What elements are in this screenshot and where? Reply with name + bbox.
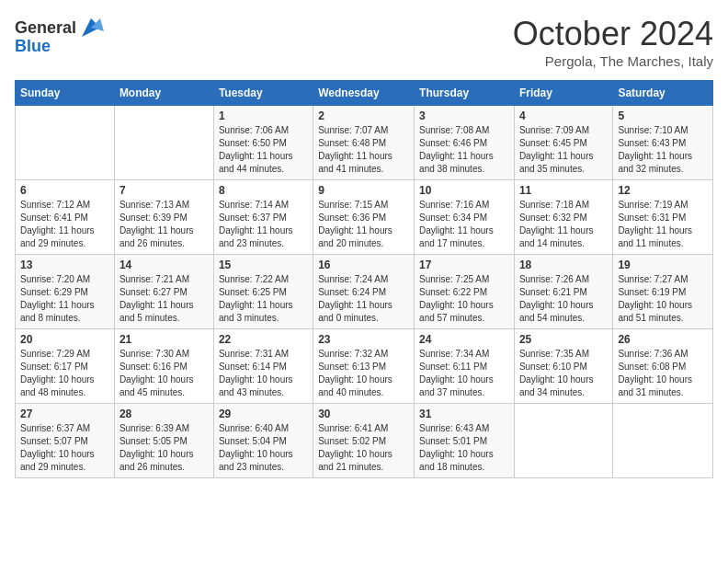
day-number: 21 — [119, 333, 209, 346]
calendar-header: SundayMondayTuesdayWednesdayThursdayFrid… — [16, 81, 713, 106]
day-info: Sunrise: 7:35 AM Sunset: 6:10 PM Dayligh… — [519, 348, 608, 399]
day-info: Sunrise: 7:25 AM Sunset: 6:22 PM Dayligh… — [419, 273, 509, 325]
day-info: Sunrise: 7:16 AM Sunset: 6:34 PM Dayligh… — [419, 199, 509, 250]
day-number: 7 — [119, 184, 209, 197]
day-cell: 28Sunrise: 6:39 AM Sunset: 5:05 PM Dayli… — [114, 404, 213, 478]
day-cell: 3Sunrise: 7:08 AM Sunset: 6:46 PM Daylig… — [415, 106, 515, 180]
calendar-body: 1Sunrise: 7:06 AM Sunset: 6:50 PM Daylig… — [16, 106, 713, 478]
week-row-4: 20Sunrise: 7:29 AM Sunset: 6:17 PM Dayli… — [16, 329, 713, 404]
logo-blue-text: Blue — [15, 37, 51, 56]
day-cell: 26Sunrise: 7:36 AM Sunset: 6:08 PM Dayli… — [613, 329, 713, 404]
day-cell: 6Sunrise: 7:12 AM Sunset: 6:41 PM Daylig… — [16, 180, 115, 255]
day-info: Sunrise: 7:29 AM Sunset: 6:17 PM Dayligh… — [20, 348, 109, 399]
day-cell: 17Sunrise: 7:25 AM Sunset: 6:22 PM Dayli… — [415, 255, 515, 329]
title-block: October 2024 Pergola, The Marches, Italy — [513, 15, 713, 69]
column-header-thursday: Thursday — [415, 81, 515, 106]
day-cell: 23Sunrise: 7:32 AM Sunset: 6:13 PM Dayli… — [313, 329, 415, 404]
day-cell: 13Sunrise: 7:20 AM Sunset: 6:29 PM Dayli… — [16, 255, 115, 329]
day-number: 31 — [419, 408, 509, 420]
day-cell: 10Sunrise: 7:16 AM Sunset: 6:34 PM Dayli… — [415, 180, 515, 255]
day-number: 1 — [219, 109, 308, 122]
day-cell: 8Sunrise: 7:14 AM Sunset: 6:37 PM Daylig… — [213, 180, 313, 255]
day-info: Sunrise: 7:36 AM Sunset: 6:08 PM Dayligh… — [618, 348, 708, 399]
day-cell: 29Sunrise: 6:40 AM Sunset: 5:04 PM Dayli… — [213, 404, 313, 478]
day-info: Sunrise: 7:34 AM Sunset: 6:11 PM Dayligh… — [419, 348, 509, 399]
day-cell: 31Sunrise: 6:43 AM Sunset: 5:01 PM Dayli… — [415, 404, 515, 478]
day-info: Sunrise: 7:06 AM Sunset: 6:50 PM Dayligh… — [219, 124, 308, 176]
day-cell: 21Sunrise: 7:30 AM Sunset: 6:16 PM Dayli… — [114, 329, 213, 404]
day-info: Sunrise: 7:21 AM Sunset: 6:27 PM Dayligh… — [119, 273, 209, 325]
day-info: Sunrise: 7:20 AM Sunset: 6:29 PM Dayligh… — [20, 273, 109, 325]
day-number: 26 — [618, 333, 708, 346]
day-info: Sunrise: 7:07 AM Sunset: 6:48 PM Dayligh… — [318, 124, 409, 176]
day-number: 15 — [219, 259, 308, 271]
day-info: Sunrise: 7:27 AM Sunset: 6:19 PM Dayligh… — [618, 273, 708, 325]
day-cell: 12Sunrise: 7:19 AM Sunset: 6:31 PM Dayli… — [613, 180, 713, 255]
day-cell: 2Sunrise: 7:07 AM Sunset: 6:48 PM Daylig… — [313, 106, 415, 180]
day-info: Sunrise: 6:39 AM Sunset: 5:05 PM Dayligh… — [119, 422, 209, 474]
day-number: 25 — [519, 333, 608, 346]
day-cell: 27Sunrise: 6:37 AM Sunset: 5:07 PM Dayli… — [16, 404, 115, 478]
day-number: 19 — [618, 259, 708, 271]
day-info: Sunrise: 7:13 AM Sunset: 6:39 PM Dayligh… — [119, 199, 209, 250]
day-cell: 19Sunrise: 7:27 AM Sunset: 6:19 PM Dayli… — [613, 255, 713, 329]
day-number: 6 — [20, 184, 109, 197]
day-info: Sunrise: 7:30 AM Sunset: 6:16 PM Dayligh… — [119, 348, 209, 399]
day-cell — [514, 404, 612, 478]
day-info: Sunrise: 7:08 AM Sunset: 6:46 PM Dayligh… — [419, 124, 509, 176]
column-header-wednesday: Wednesday — [313, 81, 415, 106]
day-cell — [114, 106, 213, 180]
day-cell: 7Sunrise: 7:13 AM Sunset: 6:39 PM Daylig… — [114, 180, 213, 255]
header-row: SundayMondayTuesdayWednesdayThursdayFrid… — [16, 81, 713, 106]
day-number: 14 — [119, 259, 209, 271]
week-row-3: 13Sunrise: 7:20 AM Sunset: 6:29 PM Dayli… — [16, 255, 713, 329]
day-number: 30 — [318, 408, 409, 420]
day-cell: 24Sunrise: 7:34 AM Sunset: 6:11 PM Dayli… — [415, 329, 515, 404]
day-number: 10 — [419, 184, 509, 197]
day-info: Sunrise: 7:14 AM Sunset: 6:37 PM Dayligh… — [219, 199, 308, 250]
day-number: 3 — [419, 109, 509, 122]
day-cell: 5Sunrise: 7:10 AM Sunset: 6:43 PM Daylig… — [613, 106, 713, 180]
day-info: Sunrise: 6:43 AM Sunset: 5:01 PM Dayligh… — [419, 422, 509, 474]
day-number: 28 — [119, 408, 209, 420]
day-number: 27 — [20, 408, 109, 420]
day-info: Sunrise: 7:19 AM Sunset: 6:31 PM Dayligh… — [618, 199, 708, 250]
logo-icon — [78, 15, 104, 40]
day-cell — [613, 404, 713, 478]
week-row-2: 6Sunrise: 7:12 AM Sunset: 6:41 PM Daylig… — [16, 180, 713, 255]
day-info: Sunrise: 7:18 AM Sunset: 6:32 PM Dayligh… — [519, 199, 608, 250]
day-cell: 11Sunrise: 7:18 AM Sunset: 6:32 PM Dayli… — [514, 180, 612, 255]
day-cell: 4Sunrise: 7:09 AM Sunset: 6:45 PM Daylig… — [514, 106, 612, 180]
day-number: 23 — [318, 333, 409, 346]
page-header: General Blue October 2024 Pergola, The M… — [15, 15, 713, 69]
day-cell: 1Sunrise: 7:06 AM Sunset: 6:50 PM Daylig… — [213, 106, 313, 180]
day-info: Sunrise: 7:22 AM Sunset: 6:25 PM Dayligh… — [219, 273, 308, 325]
day-number: 17 — [419, 259, 509, 271]
logo: General Blue — [15, 15, 104, 56]
day-number: 5 — [618, 109, 708, 122]
day-info: Sunrise: 7:10 AM Sunset: 6:43 PM Dayligh… — [618, 124, 708, 176]
day-number: 20 — [20, 333, 109, 346]
day-cell: 22Sunrise: 7:31 AM Sunset: 6:14 PM Dayli… — [213, 329, 313, 404]
day-info: Sunrise: 7:31 AM Sunset: 6:14 PM Dayligh… — [219, 348, 308, 399]
day-number: 13 — [20, 259, 109, 271]
day-number: 12 — [618, 184, 708, 197]
day-cell: 9Sunrise: 7:15 AM Sunset: 6:36 PM Daylig… — [313, 180, 415, 255]
day-number: 2 — [318, 109, 409, 122]
day-number: 24 — [419, 333, 509, 346]
day-number: 11 — [519, 184, 608, 197]
week-row-1: 1Sunrise: 7:06 AM Sunset: 6:50 PM Daylig… — [16, 106, 713, 180]
month-title: October 2024 — [513, 15, 713, 53]
day-number: 22 — [219, 333, 308, 346]
day-cell: 14Sunrise: 7:21 AM Sunset: 6:27 PM Dayli… — [114, 255, 213, 329]
location-title: Pergola, The Marches, Italy — [513, 53, 713, 69]
week-row-5: 27Sunrise: 6:37 AM Sunset: 5:07 PM Dayli… — [16, 404, 713, 478]
column-header-monday: Monday — [114, 81, 213, 106]
day-info: Sunrise: 7:32 AM Sunset: 6:13 PM Dayligh… — [318, 348, 409, 399]
day-info: Sunrise: 7:26 AM Sunset: 6:21 PM Dayligh… — [519, 273, 608, 325]
day-number: 18 — [519, 259, 608, 271]
day-info: Sunrise: 7:15 AM Sunset: 6:36 PM Dayligh… — [318, 199, 409, 250]
day-cell: 30Sunrise: 6:41 AM Sunset: 5:02 PM Dayli… — [313, 404, 415, 478]
column-header-saturday: Saturday — [613, 81, 713, 106]
day-info: Sunrise: 6:41 AM Sunset: 5:02 PM Dayligh… — [318, 422, 409, 474]
